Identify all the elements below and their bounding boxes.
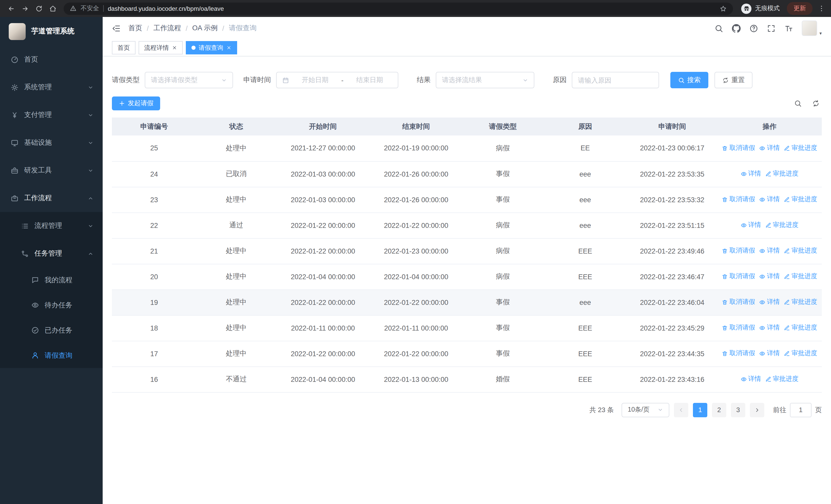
user-icon — [31, 352, 39, 359]
cell-status: 处理中 — [196, 136, 276, 161]
progress-link[interactable]: 审批进度 — [765, 170, 798, 178]
cell-end-time: 2022-01-26 00:00:00 — [370, 187, 462, 212]
user-avatar[interactable]: ▾ — [802, 21, 822, 36]
cancel-link[interactable]: 取消请假 — [722, 298, 755, 307]
goto-page-input[interactable] — [790, 403, 811, 417]
close-icon[interactable] — [226, 45, 231, 50]
tab-请假查询[interactable]: 请假查询 — [186, 41, 237, 54]
bookmark-star-icon[interactable] — [720, 5, 727, 12]
reset-button[interactable]: 重置 — [715, 72, 752, 88]
sidebar-item-done-task[interactable]: 已办任务 — [0, 318, 103, 343]
breadcrumb-item[interactable]: OA 示例 — [192, 24, 218, 33]
progress-link[interactable]: 审批进度 — [784, 247, 817, 255]
goto-group: 前往 页 — [773, 403, 822, 417]
url-text: dashboard.yudao.iocoder.cn/bpm/oa/leave — [108, 5, 716, 12]
search-icon — [678, 77, 685, 83]
result-select[interactable]: 请选择流结果 — [436, 72, 534, 88]
sidebar-item-dev-tools[interactable]: 研发工具 — [0, 156, 103, 184]
page-size-select[interactable]: 10条/页 — [622, 403, 669, 417]
cell-operations: 详情审批进度 — [717, 161, 822, 187]
detail-link[interactable]: 详情 — [740, 221, 761, 230]
breadcrumb-item[interactable]: 工作流程 — [153, 24, 181, 33]
fullscreen-icon[interactable] — [767, 24, 776, 33]
topbar: 首页/工作流程/OA 示例/请假查询 ▾ — [103, 17, 831, 39]
cancel-link[interactable]: 取消请假 — [722, 272, 755, 281]
detail-link[interactable]: 详情 — [759, 144, 780, 152]
browser-forward-icon[interactable] — [18, 2, 32, 16]
search-button[interactable]: 搜索 — [670, 72, 708, 88]
progress-link[interactable]: 审批进度 — [784, 349, 817, 358]
create-leave-button[interactable]: 发起请假 — [112, 96, 160, 110]
sidebar-item-payment-management[interactable]: 支付管理 — [0, 101, 103, 129]
page-button-3[interactable]: 3 — [731, 403, 745, 417]
avatar[interactable] — [802, 21, 818, 36]
browser-reload-icon[interactable] — [32, 2, 46, 16]
browser-home-icon[interactable] — [46, 2, 60, 16]
sidebar-item-my-process[interactable]: 我的流程 — [0, 267, 103, 293]
cell-apply-time: 2022-01-22 23:46:47 — [627, 264, 717, 290]
progress-link[interactable]: 审批进度 — [784, 324, 817, 332]
sidebar-item-system-management[interactable]: 系统管理 — [0, 73, 103, 101]
refresh-icon — [722, 77, 729, 83]
sidebar-item-label: 已办任务 — [45, 326, 93, 335]
sidebar-item-workflow[interactable]: 工作流程 — [0, 184, 103, 212]
github-icon[interactable] — [732, 24, 741, 33]
detail-label: 详情 — [767, 247, 780, 255]
leave-type-select[interactable]: 请选择请假类型 — [145, 72, 233, 88]
progress-link[interactable]: 审批进度 — [784, 144, 817, 152]
help-icon[interactable] — [750, 24, 758, 33]
address-bar[interactable]: 不安全 dashboard.yudao.iocoder.cn/bpm/oa/le… — [64, 2, 733, 14]
sidebar-item-task-management[interactable]: 任务管理 — [0, 240, 103, 267]
sidebar-item-process-management[interactable]: 流程管理 — [0, 212, 103, 240]
breadcrumb-item[interactable]: 首页 — [128, 24, 142, 33]
sidebar-fold-icon[interactable] — [112, 24, 121, 33]
apply-time-range[interactable]: 开始日期 - 结束日期 — [276, 72, 398, 88]
detail-link[interactable]: 详情 — [740, 375, 761, 384]
cancel-link[interactable]: 取消请假 — [722, 349, 755, 358]
tab-首页[interactable]: 首页 — [112, 41, 136, 54]
browser-menu-icon[interactable] — [815, 5, 827, 12]
detail-link[interactable]: 详情 — [759, 272, 780, 281]
sidebar-item-infrastructure[interactable]: 基础设施 — [0, 129, 103, 156]
tab-流程详情[interactable]: 流程详情 — [139, 41, 183, 54]
cancel-link[interactable]: 取消请假 — [722, 247, 755, 255]
cancel-link[interactable]: 取消请假 — [722, 324, 755, 332]
progress-link[interactable]: 审批进度 — [765, 221, 798, 230]
detail-link[interactable]: 详情 — [759, 324, 780, 332]
cell-status: 通过 — [196, 212, 276, 238]
cancel-link[interactable]: 取消请假 — [722, 195, 755, 204]
reason-input[interactable] — [572, 72, 659, 88]
sidebar-item-label: 基础设施 — [24, 138, 88, 147]
update-button[interactable]: 更新 — [787, 2, 812, 15]
next-page-button[interactable] — [750, 403, 764, 417]
sidebar-item-leave-query[interactable]: 请假查询 — [0, 343, 103, 368]
cancel-label: 取消请假 — [729, 324, 755, 332]
detail-link[interactable]: 详情 — [759, 298, 780, 307]
close-icon[interactable] — [172, 45, 177, 50]
cell-apply-time: 2022-01-22 23:44:35 — [627, 341, 717, 366]
cell-operations: 取消请假详情审批进度 — [717, 187, 822, 212]
detail-link[interactable]: 详情 — [740, 170, 761, 178]
cancel-link[interactable]: 取消请假 — [722, 144, 755, 152]
progress-link[interactable]: 审批进度 — [784, 195, 817, 204]
font-size-icon[interactable] — [784, 24, 793, 33]
progress-link[interactable]: 审批进度 — [784, 298, 817, 307]
detail-link[interactable]: 详情 — [759, 349, 780, 358]
progress-link[interactable]: 审批进度 — [765, 375, 798, 384]
sidebar-item-home[interactable]: 首页 — [0, 46, 103, 73]
sidebar-item-todo-task[interactable]: 待办任务 — [0, 293, 103, 318]
page-button-2[interactable]: 2 — [712, 403, 726, 417]
detail-link[interactable]: 详情 — [759, 195, 780, 204]
page-button-1[interactable]: 1 — [693, 403, 707, 417]
cancel-label: 取消请假 — [729, 349, 755, 358]
prev-page-button[interactable] — [674, 403, 688, 417]
browser-back-icon[interactable] — [4, 2, 18, 16]
search-icon[interactable] — [715, 24, 723, 33]
cell-operations: 取消请假详情审批进度 — [717, 341, 822, 366]
toggle-search-icon[interactable] — [794, 99, 802, 107]
trash-icon — [722, 299, 728, 305]
progress-link[interactable]: 审批进度 — [784, 272, 817, 281]
refresh-table-icon[interactable] — [812, 99, 820, 107]
cell-status: 处理中 — [196, 264, 276, 290]
detail-link[interactable]: 详情 — [759, 247, 780, 255]
